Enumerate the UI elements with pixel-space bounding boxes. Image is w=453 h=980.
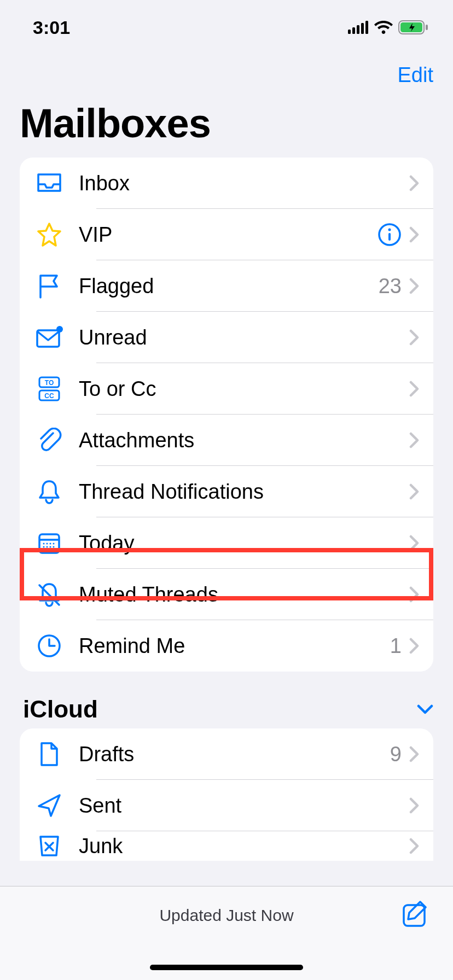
- mailbox-label: Today: [79, 532, 409, 555]
- svg-rect-3: [361, 23, 364, 34]
- svg-rect-11: [37, 330, 59, 347]
- chevron-right-icon: [409, 483, 419, 500]
- svg-point-22: [53, 543, 55, 545]
- svg-point-20: [47, 543, 48, 545]
- svg-rect-17: [39, 534, 59, 553]
- toolbar: Updated Just Now: [0, 886, 453, 980]
- home-indicator[interactable]: [150, 965, 303, 970]
- svg-point-28: [47, 550, 48, 551]
- wifi-icon: [374, 21, 393, 34]
- chevron-right-icon: [409, 638, 419, 654]
- chevron-right-icon: [409, 432, 419, 448]
- flag-icon: [20, 273, 79, 299]
- mailbox-vip[interactable]: VIP: [20, 209, 433, 260]
- chevron-right-icon: [409, 329, 419, 346]
- junk-icon: [20, 835, 79, 857]
- bell-icon: [20, 479, 79, 504]
- info-icon[interactable]: [378, 223, 402, 247]
- mailbox-label: Junk: [79, 835, 409, 858]
- mailbox-label: Sent: [79, 794, 409, 818]
- mailbox-count: 9: [390, 743, 402, 766]
- battery-icon: [398, 20, 429, 34]
- mailbox-label: To or Cc: [79, 377, 409, 401]
- chevron-right-icon: [409, 278, 419, 294]
- mailbox-label: Unread: [79, 326, 409, 349]
- mailbox-muted-threads[interactable]: Muted Threads: [20, 569, 433, 620]
- clock-icon: [20, 634, 79, 658]
- mailbox-today[interactable]: Today: [20, 517, 433, 569]
- svg-point-21: [50, 543, 51, 545]
- svg-point-27: [43, 550, 45, 551]
- chevron-right-icon: [409, 226, 419, 243]
- mailbox-attachments[interactable]: Attachments: [20, 415, 433, 466]
- mailbox-flagged[interactable]: Flagged 23: [20, 260, 433, 312]
- svg-rect-0: [348, 30, 351, 34]
- mailbox-remind-me[interactable]: Remind Me 1: [20, 620, 433, 672]
- chevron-down-icon: [417, 704, 433, 714]
- svg-rect-4: [365, 21, 368, 34]
- mailbox-label: Flagged: [79, 275, 379, 298]
- mailbox-label: Remind Me: [79, 634, 390, 658]
- mailbox-to-or-cc[interactable]: TOCC To or Cc: [20, 363, 433, 415]
- chevron-right-icon: [409, 381, 419, 397]
- to-cc-icon: TOCC: [20, 376, 79, 402]
- svg-text:TO: TO: [45, 379, 54, 387]
- svg-rect-7: [426, 25, 428, 30]
- bell-slash-icon: [20, 582, 79, 607]
- update-status: Updated Just Now: [159, 906, 293, 925]
- svg-point-26: [53, 546, 55, 548]
- status-time: 3:01: [33, 17, 70, 38]
- inbox-icon: [20, 172, 79, 194]
- chevron-right-icon: [409, 586, 419, 603]
- compose-button[interactable]: [402, 900, 430, 928]
- svg-point-12: [56, 326, 63, 332]
- section-header-icloud[interactable]: iCloud: [0, 696, 453, 728]
- nav-bar: Edit: [0, 55, 453, 87]
- svg-point-24: [47, 546, 48, 548]
- chevron-right-icon: [409, 746, 419, 762]
- mailbox-label: VIP: [79, 223, 378, 247]
- mailbox-drafts[interactable]: Drafts 9: [20, 728, 433, 780]
- status-icons: [348, 20, 429, 34]
- status-bar: 3:01: [0, 0, 453, 55]
- mailbox-label: Attachments: [79, 429, 409, 452]
- star-icon: [20, 223, 79, 247]
- section-title: iCloud: [23, 696, 98, 723]
- svg-point-23: [43, 546, 45, 548]
- mailbox-inbox[interactable]: Inbox: [20, 158, 433, 209]
- svg-point-25: [50, 546, 51, 548]
- envelope-badge-icon: [20, 326, 79, 349]
- svg-point-9: [388, 229, 391, 231]
- doc-icon: [20, 742, 79, 767]
- mailbox-count: 23: [379, 275, 402, 298]
- svg-text:CC: CC: [44, 392, 54, 400]
- mailbox-thread-notifications[interactable]: Thread Notifications: [20, 466, 433, 517]
- chevron-right-icon: [409, 797, 419, 814]
- icloud-group: Drafts 9 Sent Junk: [20, 728, 433, 861]
- cellular-icon: [348, 21, 369, 34]
- mailbox-label: Thread Notifications: [79, 480, 409, 504]
- svg-rect-2: [357, 25, 359, 34]
- mailbox-label: Muted Threads: [79, 583, 409, 606]
- mailbox-count: 1: [390, 634, 402, 658]
- mailbox-unread[interactable]: Unread: [20, 312, 433, 363]
- paperclip-icon: [20, 428, 79, 453]
- svg-point-19: [43, 543, 45, 545]
- smart-mailboxes-group: Inbox VIP Flagged 23 Unread TOCC To or C…: [20, 158, 433, 672]
- svg-rect-10: [388, 233, 391, 241]
- chevron-right-icon: [409, 535, 419, 551]
- svg-rect-1: [352, 27, 355, 34]
- edit-button[interactable]: Edit: [398, 63, 433, 87]
- chevron-right-icon: [409, 838, 419, 854]
- chevron-right-icon: [409, 175, 419, 191]
- calendar-icon: [20, 532, 79, 555]
- mailbox-label: Inbox: [79, 172, 409, 195]
- mailbox-label: Drafts: [79, 743, 390, 766]
- paperplane-icon: [20, 793, 79, 818]
- page-title: Mailboxes: [0, 87, 453, 158]
- mailbox-sent[interactable]: Sent: [20, 780, 433, 831]
- mailbox-junk[interactable]: Junk: [20, 831, 433, 861]
